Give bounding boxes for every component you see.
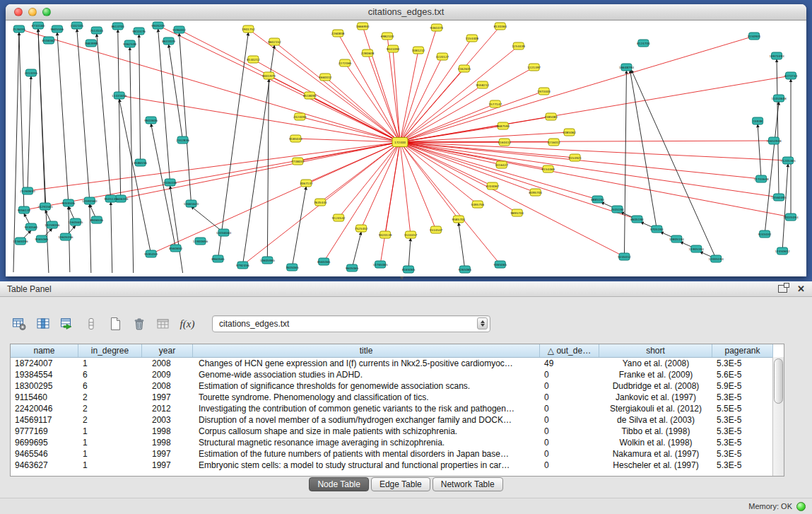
graph-node[interactable]: 9362508 (123, 40, 136, 47)
graph-node[interactable]: 1973403 (537, 88, 551, 95)
graph-node[interactable]: 11653948 (766, 137, 782, 144)
graph-node[interactable]: 1254439 (512, 42, 525, 49)
graph-node[interactable]: 21260650 (20, 187, 35, 194)
graph-node[interactable]: 11453648 (771, 95, 787, 102)
graph-node[interactable]: 1085062 (563, 129, 576, 136)
import-table-button[interactable] (58, 315, 76, 332)
table-source-select[interactable]: citations_edges.txt (212, 315, 490, 332)
table-row[interactable]: 946362711997Embryonic stem cells: a mode… (11, 460, 773, 471)
graph-node[interactable]: 9810476 (132, 28, 146, 35)
graph-node[interactable]: 7485083 (544, 113, 558, 120)
graph-node[interactable]: 10765065 (372, 261, 388, 268)
graph-node[interactable]: 11245365 (780, 157, 796, 164)
graph-node[interactable]: 10590560 (82, 197, 98, 204)
graph-node[interactable]: 10605056 (58, 233, 73, 240)
window-titlebar[interactable]: citations_edges.txt (6, 4, 806, 21)
minimize-button[interactable] (28, 8, 37, 16)
graph-node[interactable]: 1577147 (488, 100, 502, 107)
column-header-short[interactable]: short (599, 344, 712, 357)
graph-node[interactable]: 9185043 (289, 135, 302, 142)
graph-node[interactable]: 1221397 (527, 64, 541, 71)
graph-node[interactable]: 9065065 (35, 235, 49, 243)
column-header-name[interactable]: name (11, 344, 78, 357)
float-panel-icon[interactable] (778, 285, 787, 293)
graph-node[interactable]: 9595059 (144, 250, 158, 257)
graph-node[interactable]: 1534457 (404, 231, 418, 238)
delete-table-button[interactable] (130, 315, 148, 332)
table-row[interactable]: 969969511998Structural magnetic resonanc… (11, 437, 773, 448)
graph-node[interactable]: 9245012 (618, 253, 631, 260)
graph-node[interactable]: 13560495 (771, 194, 787, 201)
graph-node[interactable]: 9605556 (51, 25, 64, 33)
graph-node[interactable]: 3220127 (436, 53, 449, 60)
graph-node[interactable]: 8518094 (303, 92, 317, 99)
graph-node[interactable]: 8906506 (90, 216, 103, 223)
graph-node[interactable]: 9687594 (496, 122, 510, 129)
graph-node[interactable]: 8495704 (529, 189, 542, 196)
graph-node[interactable]: 1660012 (319, 74, 332, 81)
graph-node[interactable]: 8613704 (111, 23, 124, 30)
graph-node[interactable]: 11565056 (13, 238, 28, 245)
graph-node[interactable]: 8165065 (402, 266, 416, 273)
graph-node[interactable]: 9245032 (758, 230, 772, 238)
column-header-title[interactable]: title (193, 344, 540, 357)
graph-node[interactable]: 2280608 (361, 49, 375, 57)
graph-node[interactable]: 11900656 (193, 238, 208, 245)
graph-node[interactable]: 8733160 (32, 22, 45, 29)
scrollbar-thumb[interactable] (774, 358, 783, 404)
tab-node-table[interactable]: Node Table (309, 477, 369, 491)
function-builder-button[interactable]: f(x) (178, 315, 196, 332)
toggle-panel-button[interactable] (82, 315, 100, 332)
graph-node[interactable]: 8633029 (162, 37, 175, 45)
graph-node[interactable]: 8130364 (493, 23, 507, 30)
graph-node[interactable]: 2204067 (486, 182, 499, 189)
graph-node[interactable]: 9150931 (748, 33, 761, 40)
column-header-year[interactable]: year (142, 344, 193, 357)
graph-node[interactable]: 7505194 (611, 206, 624, 213)
graph-node[interactable]: 9041094 (387, 45, 400, 52)
graph-node[interactable]: 9949209 (151, 22, 165, 29)
graph-node[interactable]: 1514547 (430, 226, 443, 233)
graph-node[interactable]: 9792456 (236, 262, 249, 269)
graph-node[interactable]: 9020139 (379, 231, 392, 238)
graph-node[interactable]: 9558212 (476, 81, 489, 88)
graph-node[interactable]: 1666950 (356, 23, 370, 30)
graph-node[interactable]: 10605965 (260, 257, 276, 264)
graph-node[interactable]: 7635443 (314, 199, 327, 206)
graph-node[interactable]: 5495756 (471, 201, 485, 208)
table-row[interactable]: 2242004622012Investigating the contribut… (11, 403, 773, 414)
graph-node[interactable]: 1016427 (495, 161, 508, 168)
table-row[interactable]: 977716911998Corpus callosum shape and si… (11, 426, 773, 437)
graph-node[interactable]: 8140212 (247, 56, 260, 63)
tab-edge-table[interactable]: Edge Table (371, 477, 430, 491)
graph-node[interactable]: 6885194 (591, 196, 604, 203)
graph-node[interactable]: 2342836 (176, 136, 189, 144)
table-row[interactable]: 1872400712008Changes of HCN gene express… (11, 358, 773, 369)
graph-node[interactable]: 9505135 (104, 195, 117, 202)
graph-node[interactable]: 2424094 (293, 113, 307, 120)
graph-node[interactable]: 9273743 (784, 72, 798, 79)
table-row[interactable]: 1938455462009Genome-wide association stu… (11, 369, 773, 380)
column-header-out_degree[interactable]: △ out_de… (540, 344, 599, 357)
graph-node[interactable]: 12005194 (709, 255, 724, 262)
graph-node[interactable]: 3067137 (300, 180, 313, 187)
graph-node[interactable]: 9705194 (650, 226, 664, 233)
graph-node[interactable]: 2126055 (13, 25, 26, 33)
graph-node[interactable]: 9430560 (25, 223, 38, 230)
graph-node[interactable]: 1081212 (412, 47, 425, 54)
apply-table-style-button[interactable] (154, 315, 172, 332)
graph-node[interactable]: 9124542 (332, 214, 346, 221)
graph-node[interactable]: 8560650 (169, 245, 182, 252)
graph-node[interactable]: 12450612 (775, 247, 790, 255)
table-row[interactable]: 1830029562008Estimation of significance … (11, 380, 773, 392)
graph-node[interactable]: 1102105 (71, 22, 84, 29)
graph-node[interactable]: 11605605 (68, 218, 83, 226)
graph-node[interactable]: 10259056 (45, 221, 60, 228)
table-vertical-scrollbar[interactable] (772, 357, 784, 476)
graph-node[interactable]: 8605194 (630, 216, 644, 223)
graph-node[interactable]: 9602152 (268, 38, 281, 45)
graph-node[interactable]: 9265065 (459, 266, 472, 273)
graph-node[interactable]: 3216012 (547, 139, 560, 146)
graph-node[interactable]: 9001979 (262, 72, 276, 79)
graph-node[interactable]: 7525452 (355, 225, 368, 232)
